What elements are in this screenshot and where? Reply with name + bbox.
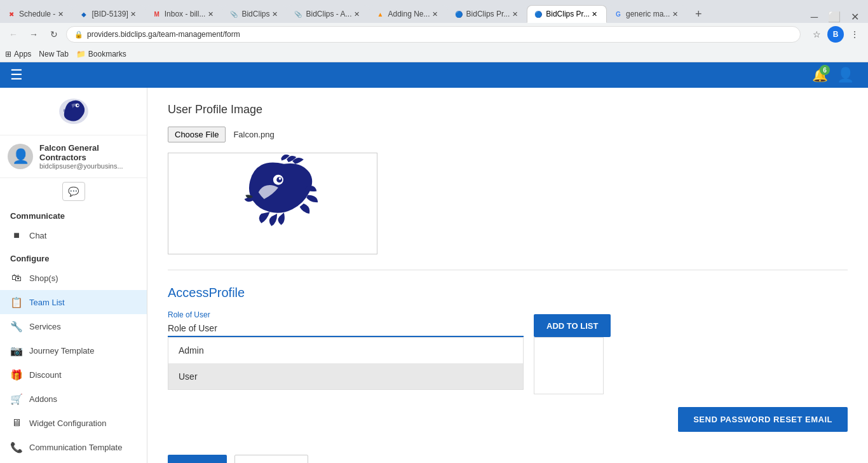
image-preview-box bbox=[168, 153, 377, 254]
dropdown-item-user[interactable]: User bbox=[168, 364, 523, 389]
notification-button[interactable]: 🔔 6 bbox=[807, 62, 832, 88]
role-row-container: Admin User bbox=[168, 337, 848, 394]
tab-label-schedule: Schedule - bbox=[19, 10, 55, 18]
sidebar-item-comm-template[interactable]: 📞 Communication Template bbox=[0, 435, 147, 459]
tab-schedule[interactable]: ✖ Schedule - ✕ bbox=[0, 5, 72, 23]
tab-close-bidclips3[interactable]: ✕ bbox=[510, 9, 520, 19]
send-password-reset-button[interactable]: SEND PASSWORD RESET EMAIL bbox=[678, 407, 848, 432]
role-field-label: Role of User bbox=[168, 310, 524, 319]
communicate-section-label: Communicate bbox=[0, 205, 147, 223]
role-of-user-input[interactable] bbox=[168, 321, 524, 337]
user-avatar-topbar: 👤 bbox=[837, 67, 854, 83]
tab-inbox[interactable]: M Inbox - bill... ✕ bbox=[146, 5, 223, 23]
avatar-icon: 👤 bbox=[12, 148, 29, 165]
shops-icon: 🛍 bbox=[10, 272, 23, 284]
lock-icon: 🔒 bbox=[74, 31, 83, 39]
minimize-button[interactable]: ─ bbox=[807, 11, 822, 23]
add-to-list-button[interactable]: ADD TO LIST bbox=[534, 314, 611, 337]
tab-adding[interactable]: ▲ Adding Ne... ✕ bbox=[369, 5, 447, 23]
sidebar-item-services[interactable]: 🔧 Services bbox=[0, 314, 147, 338]
url-bar[interactable]: 🔒 providers.bidclips.ga/team-management/… bbox=[66, 26, 801, 43]
profile-info: Falcon General Contractors bidclipsuser@… bbox=[39, 143, 139, 170]
tab-close-adding[interactable]: ✕ bbox=[430, 9, 440, 19]
browser-chrome: ✖ Schedule - ✕ ◆ [BID-5139] ✕ M Inbox - … bbox=[0, 0, 868, 62]
sidebar-item-chat[interactable]: ■ Chat bbox=[0, 223, 147, 247]
close-button[interactable]: ✕ bbox=[847, 11, 863, 23]
menu-icon-button[interactable]: ☰ bbox=[10, 67, 23, 83]
bookmark-bookmarks[interactable]: 📁 Bookmarks bbox=[76, 50, 126, 59]
browser-actions: ☆ B ⋮ bbox=[808, 26, 863, 43]
sidebar-profile: 👤 Falcon General Contractors bidclipsuse… bbox=[0, 135, 147, 178]
section-divider bbox=[168, 270, 848, 270]
tab-icon-inbox: M bbox=[153, 10, 161, 18]
tab-bidclips2[interactable]: 📎 BidClips - A... ✕ bbox=[287, 5, 369, 23]
tab-bidclips3[interactable]: 🔵 BidClips Pr... ✕ bbox=[447, 5, 527, 23]
tab-bidclips4[interactable]: 🔵 BidClips Pr... ✕ bbox=[527, 5, 607, 23]
sidebar-item-journey-template[interactable]: 📷 Journey Template bbox=[0, 338, 147, 363]
profile-name: Falcon General Contractors bbox=[39, 143, 139, 162]
chat-icon: ■ bbox=[10, 229, 23, 242]
tab-icon-schedule: ✖ bbox=[7, 10, 16, 18]
profile-button[interactable]: B bbox=[827, 26, 844, 43]
tab-icon-bidclips4: 🔵 bbox=[534, 10, 543, 18]
browser-controls: ← → ↻ 🔒 providers.bidclips.ga/team-manag… bbox=[0, 23, 868, 46]
settings-avatar-button[interactable]: 👤 bbox=[832, 62, 858, 88]
bookmark-new-tab[interactable]: New Tab bbox=[39, 50, 68, 59]
menu-button[interactable]: ⋮ bbox=[846, 26, 863, 43]
tab-close-inbox[interactable]: ✕ bbox=[205, 9, 215, 19]
falcon-preview-svg bbox=[209, 153, 336, 254]
tab-close-bidclips1[interactable]: ✕ bbox=[269, 9, 280, 19]
sidebar-shops-label: Shop(s) bbox=[29, 273, 137, 283]
star-button[interactable]: ☆ bbox=[808, 26, 825, 43]
role-selected-box bbox=[534, 337, 604, 394]
chat-bubble-icon: 💬 bbox=[68, 186, 79, 197]
configure-section-label: Configure bbox=[0, 247, 147, 266]
sidebar-chat-label: Chat bbox=[29, 231, 137, 240]
sidebar-team-list-label: Team List bbox=[29, 298, 137, 307]
profile-email: bidclipsuser@yourbusins... bbox=[39, 162, 139, 170]
save-button[interactable]: SAVE bbox=[168, 455, 227, 463]
bookmark-apps[interactable]: ⊞ Apps bbox=[5, 50, 31, 59]
sidebar-services-label: Services bbox=[29, 322, 137, 331]
sidebar-journey-label: Journey Template bbox=[29, 346, 137, 356]
logo-image bbox=[55, 95, 93, 127]
sidebar-item-widget-config[interactable]: 🖥 Widget Configuration bbox=[0, 411, 147, 435]
content-area: User Profile Image Choose File Falcon.pn… bbox=[147, 88, 868, 463]
tab-bidclips1[interactable]: 📎 BidClips ✕ bbox=[222, 5, 287, 23]
folder-icon: 📁 bbox=[76, 50, 86, 59]
tab-close-bidclips4[interactable]: ✕ bbox=[590, 9, 600, 19]
chat-icon-button[interactable]: 💬 bbox=[62, 182, 85, 201]
tab-label-bidclips2: BidClips - A... bbox=[306, 10, 351, 18]
back-button[interactable]: ← bbox=[5, 26, 22, 43]
tab-generic[interactable]: G generic ma... ✕ bbox=[607, 5, 687, 23]
bookmarks-bar: ⊞ Apps New Tab 📁 Bookmarks bbox=[0, 46, 868, 62]
dropdown-item-admin[interactable]: Admin bbox=[168, 338, 523, 364]
sidebar-item-team-list[interactable]: 📋 Team List bbox=[0, 290, 147, 314]
app-container: 👤 Falcon General Contractors bidclipsuse… bbox=[0, 88, 868, 463]
refresh-button[interactable]: ↻ bbox=[46, 26, 62, 43]
cancel-button[interactable]: CANCEL bbox=[234, 455, 308, 463]
new-tab-button[interactable]: + bbox=[689, 5, 707, 23]
apps-grid-icon: ⊞ bbox=[5, 50, 11, 59]
tab-close-generic[interactable]: ✕ bbox=[670, 9, 680, 19]
tab-close-schedule[interactable]: ✕ bbox=[55, 9, 65, 19]
dropdown-list: Admin User bbox=[168, 337, 524, 390]
sidebar-item-addons[interactable]: 🛒 Addons bbox=[0, 387, 147, 411]
services-icon: 🔧 bbox=[10, 320, 23, 333]
svg-point-2 bbox=[77, 104, 79, 106]
maximize-button[interactable]: ⬜ bbox=[824, 11, 844, 23]
app-topbar: ☰ 🔔 6 👤 bbox=[0, 62, 868, 88]
sidebar-item-discount[interactable]: 🎁 Discount bbox=[0, 363, 147, 387]
tab-close-bidclips2[interactable]: ✕ bbox=[352, 9, 362, 19]
svg-point-5 bbox=[279, 177, 281, 180]
choose-file-button[interactable]: Choose File bbox=[168, 127, 226, 142]
forward-button[interactable]: → bbox=[25, 26, 42, 43]
addons-icon: 🛒 bbox=[10, 392, 23, 405]
tab-icon-adding: ▲ bbox=[376, 10, 385, 18]
tab-bid[interactable]: ◆ [BID-5139] ✕ bbox=[72, 5, 145, 23]
tab-icon-bidclips3: 🔵 bbox=[454, 10, 463, 18]
tab-close-bid[interactable]: ✕ bbox=[128, 9, 139, 19]
file-name-label: Falcon.png bbox=[233, 130, 274, 139]
sidebar-item-shops[interactable]: 🛍 Shop(s) bbox=[0, 266, 147, 290]
bookmark-apps-label: Apps bbox=[14, 50, 31, 59]
